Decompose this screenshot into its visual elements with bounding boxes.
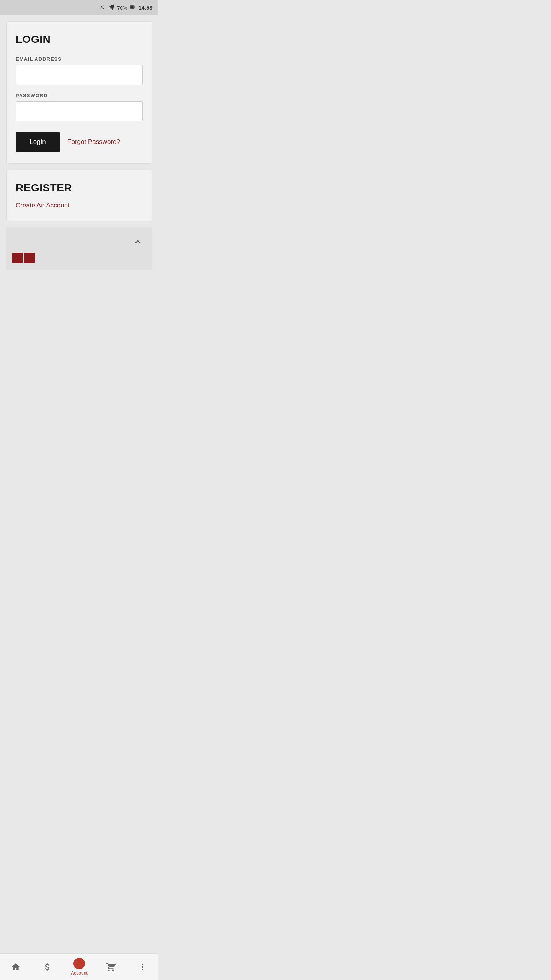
- signal-icon: [109, 4, 115, 11]
- email-label: EMAIL ADDRESS: [16, 56, 143, 62]
- forgot-password-link[interactable]: Forgot Password?: [67, 138, 120, 146]
- grid-block-left: [12, 253, 23, 263]
- account-icon: [75, 960, 83, 967]
- svg-rect-1: [130, 5, 134, 8]
- register-title: REGISTER: [16, 182, 143, 194]
- scroll-up-button[interactable]: [129, 234, 146, 250]
- footer-area: [6, 227, 152, 270]
- grid-block-right: [24, 253, 35, 263]
- email-input[interactable]: [16, 65, 143, 85]
- register-card: REGISTER Create An Account: [6, 170, 152, 221]
- email-field-group: EMAIL ADDRESS: [16, 56, 143, 93]
- nav-item-home[interactable]: [0, 954, 32, 980]
- nav-item-more[interactable]: [127, 954, 158, 980]
- dollar-icon: [42, 962, 52, 972]
- battery-percentage: 70%: [117, 5, 127, 11]
- nav-item-deals[interactable]: [32, 954, 64, 980]
- nav-item-cart[interactable]: [95, 954, 127, 980]
- home-icon: [11, 962, 21, 972]
- wifi-icon: [100, 4, 106, 11]
- footer-grid-icon: [12, 253, 146, 263]
- status-bar: 70% 14:53: [0, 0, 158, 15]
- password-field-group: PASSWORD: [16, 93, 143, 129]
- login-actions: Login Forgot Password?: [16, 132, 143, 152]
- login-button[interactable]: Login: [16, 132, 60, 152]
- battery-icon: [129, 5, 136, 11]
- nav-item-account[interactable]: Account: [64, 954, 95, 980]
- password-input[interactable]: [16, 101, 143, 121]
- main-content: LOGIN EMAIL ADDRESS PASSWORD Login Forgo…: [0, 15, 158, 300]
- login-title: LOGIN: [16, 33, 143, 46]
- account-circle: [73, 958, 85, 969]
- bottom-navigation: Account: [0, 953, 158, 980]
- more-icon: [138, 962, 148, 972]
- password-label: PASSWORD: [16, 93, 143, 98]
- time-display: 14:53: [139, 5, 152, 11]
- account-nav-label: Account: [71, 970, 87, 976]
- create-account-link[interactable]: Create An Account: [16, 202, 70, 209]
- cart-icon: [106, 962, 116, 972]
- login-card: LOGIN EMAIL ADDRESS PASSWORD Login Forgo…: [6, 21, 152, 164]
